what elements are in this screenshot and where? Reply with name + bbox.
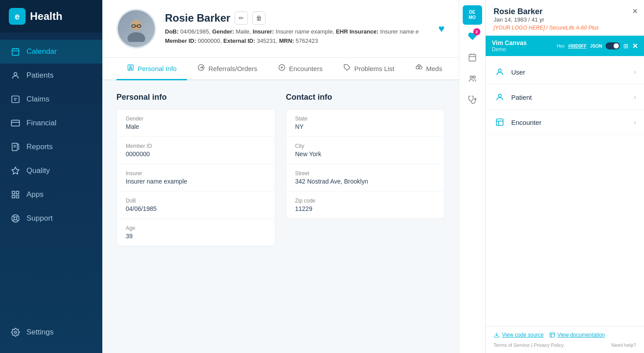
support-icon (11, 214, 20, 223)
tab-personal-info-label: Personal Info (138, 65, 176, 72)
sidebar-item-apps[interactable]: Apps (0, 183, 102, 207)
gender-label: Gender (126, 116, 266, 122)
sidebar-nav: Calendar Patients Claims Financial Repor… (0, 33, 102, 320)
user-section-icon (494, 66, 506, 78)
vim-canvas-subtitle: Demo (492, 46, 552, 53)
city-row: City New York (286, 137, 444, 164)
view-code-source-label: View code source (502, 332, 544, 338)
strip-icon-people[interactable] (463, 69, 482, 88)
canvas-close-button[interactable]: ✕ (632, 42, 638, 50)
vim-close-button[interactable]: ✕ (632, 7, 638, 15)
sidebar-label-patients: Patients (26, 71, 53, 80)
member-id-value: 0000000 (126, 150, 266, 158)
dob-row: DoB 04/06/1985 (117, 192, 275, 219)
reports-icon (11, 142, 20, 152)
demo-box[interactable]: DEMO (463, 5, 482, 25)
zipcode-row: Zip code 11229 (286, 192, 444, 218)
vim-sections: User › Patient › Encounter › (486, 56, 644, 326)
svg-rect-54 (550, 333, 554, 338)
contact-info-section: Contact info State NY City New York (286, 93, 445, 246)
privacy-link[interactable]: Privacy Policy (534, 342, 564, 348)
sidebar-label-reports: Reports (26, 143, 53, 151)
vim-patient-meta: Jan 14, 1983 / 41 yr (494, 16, 599, 23)
svg-point-46 (473, 76, 475, 78)
patient-tabs: Personal Info Referrals/Orders Encounter… (102, 58, 459, 80)
sidebar-label-quality: Quality (26, 166, 50, 175)
member-id-label: Member ID (126, 143, 266, 149)
content-area: Personal info Gender Male Member ID 0000… (102, 80, 459, 353)
patient-avatar (116, 9, 156, 49)
view-documentation-link[interactable]: View documentation (549, 332, 605, 338)
tab-personal-info[interactable]: Personal Info (116, 58, 187, 80)
vim-footer: View code source View documentation Term… (486, 326, 644, 353)
sidebar-label-calendar: Calendar (26, 47, 57, 56)
zipcode-value: 11229 (295, 205, 435, 212)
svg-rect-8 (11, 120, 19, 126)
notification-badge: 2 (473, 28, 480, 35)
contact-info-title: Contact info (286, 93, 445, 102)
strip-icon-heart[interactable]: 2 (463, 26, 482, 46)
age-value: 39 (126, 233, 266, 240)
vim-section-user[interactable]: User › (486, 60, 644, 85)
sidebar-item-support[interactable]: Support (0, 207, 102, 230)
problems-tab-icon (344, 64, 351, 73)
city-value: New York (295, 150, 435, 158)
sidebar-item-calendar[interactable]: Calendar (0, 40, 102, 64)
terms-link[interactable]: Terms of Service (494, 342, 530, 348)
patient-section-icon (494, 91, 506, 103)
strip-icon-calendar[interactable] (463, 48, 482, 67)
sidebar-item-financial[interactable]: Financial (0, 111, 102, 135)
svg-rect-16 (12, 195, 15, 198)
view-code-source-link[interactable]: View code source (494, 332, 544, 338)
grid-icon[interactable]: ⊞ (623, 42, 629, 49)
sidebar-item-claims[interactable]: Claims (0, 87, 102, 111)
state-row: State NY (286, 109, 444, 137)
sidebar-label-settings: Settings (26, 328, 53, 337)
vim-canvas-controls: Hex #00D0FF JSON ⊞ ✕ (557, 42, 638, 50)
vim-section-user-label: User (511, 68, 629, 76)
vim-patient-logo: [YOUR LOGO HERE] / SecureLife A-60 Plus (494, 25, 599, 31)
tab-meds[interactable]: Meds (405, 58, 453, 80)
tab-referrals[interactable]: Referrals/Orders (187, 58, 268, 80)
edit-button[interactable]: ✏ (235, 11, 248, 25)
sidebar-item-patients[interactable]: Patients (0, 64, 102, 87)
state-label: State (295, 116, 435, 122)
svg-point-49 (498, 94, 502, 97)
tab-problems[interactable]: Problems List (333, 58, 405, 80)
sidebar-item-reports[interactable]: Reports (0, 135, 102, 159)
personal-info-card: Gender Male Member ID 0000000 Insurer In… (116, 109, 275, 246)
tab-problems-label: Problems List (354, 65, 394, 72)
avatar-image (118, 10, 155, 47)
patient-info: Rosie Barker ✏ 🗑 DoB: 04/06/1985, Gender… (165, 11, 430, 46)
encounter-section-icon (494, 116, 506, 128)
vim-section-patient-label: Patient (511, 94, 629, 101)
apps-icon (11, 190, 20, 199)
dob-label: DoB (126, 198, 266, 204)
street-label: Street (295, 170, 435, 176)
hex-value[interactable]: #00D0FF (568, 44, 587, 49)
tab-encounters[interactable]: Encounters (268, 58, 333, 80)
svg-point-19 (14, 217, 17, 220)
json-label: JSON (590, 44, 602, 49)
hex-label: Hex (557, 44, 565, 49)
delete-button[interactable]: 🗑 (252, 11, 266, 25)
icon-strip: DEMO 2 (459, 0, 485, 353)
strip-icon-stethoscope[interactable] (463, 90, 482, 109)
svg-line-20 (13, 216, 15, 218)
meds-tab-icon (416, 64, 423, 73)
help-link[interactable]: Need help? (611, 342, 636, 348)
svg-point-24 (15, 331, 17, 334)
vim-section-encounter[interactable]: Encounter › (486, 110, 644, 135)
vim-section-patient[interactable]: Patient › (486, 85, 644, 110)
street-row: Street 342 Nostrad Ave, Brooklyn (286, 164, 444, 192)
sidebar-item-quality[interactable]: Quality (0, 159, 102, 183)
gender-value: Male (126, 123, 266, 130)
encounters-tab-icon (278, 64, 285, 73)
view-documentation-label: View documentation (558, 332, 605, 338)
svg-marker-13 (12, 167, 19, 174)
settings-icon (11, 327, 20, 337)
favorite-button[interactable]: ♥ (438, 23, 445, 35)
sidebar-item-settings[interactable]: Settings (0, 320, 102, 344)
json-toggle[interactable] (606, 42, 620, 49)
svg-point-33 (130, 66, 131, 68)
